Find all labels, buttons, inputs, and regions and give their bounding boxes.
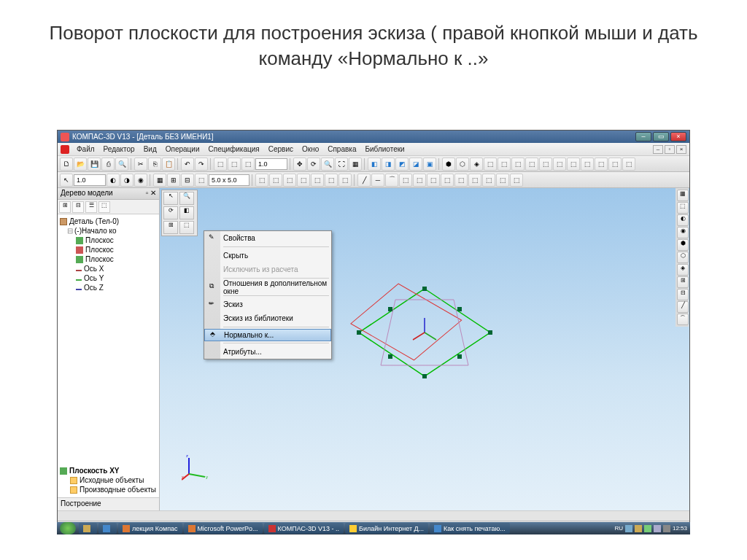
tool-icon[interactable]: ◐ <box>107 174 120 187</box>
tool-icon[interactable]: ⬚ <box>255 174 268 187</box>
viewport[interactable]: ↖ 🔍 ⟳ ◧ ⊞ ⬚ ▦ ⬚ ◐ ◉ ⬢ ⬡ ◈ ⊞ ⊟ ╱ ⌒ <box>160 188 689 510</box>
tool-icon[interactable]: ⬚ <box>283 174 296 187</box>
float-tool-icon[interactable]: 🔍 <box>179 192 194 205</box>
feat-icon[interactable]: ⬢ <box>442 158 455 171</box>
start-button[interactable] <box>60 522 76 534</box>
tree-tab[interactable]: Построение <box>58 497 159 510</box>
cm-properties[interactable]: ✎Свойства <box>204 231 331 245</box>
rotate-icon[interactable]: ⟳ <box>307 158 320 171</box>
mdi-min-button[interactable]: – <box>653 145 663 154</box>
fit-icon[interactable]: ⛶ <box>335 158 348 171</box>
feat-icon[interactable]: ◈ <box>470 158 483 171</box>
cm-hide[interactable]: Скрыть <box>204 249 331 262</box>
right-tool-icon[interactable]: ⬡ <box>677 252 689 263</box>
preview-icon[interactable]: 🔍 <box>115 158 128 171</box>
tool-icon[interactable]: ⬚ <box>325 174 338 187</box>
feat-icon[interactable]: ⬡ <box>456 158 469 171</box>
tool-icon[interactable]: ⬚ <box>511 158 525 171</box>
grid-combo[interactable]: 5.0 x 5.0 <box>209 174 249 186</box>
cursor-icon[interactable]: ↖ <box>60 174 73 187</box>
cube-icon[interactable]: ◩ <box>395 158 409 171</box>
value-combo[interactable]: 1.0 <box>74 174 106 186</box>
tool-icon[interactable]: ⬚ <box>510 174 523 187</box>
tool-icon[interactable]: ⬚ <box>482 174 495 187</box>
tray-icon[interactable] <box>654 525 661 532</box>
tool-icon[interactable]: ⬚ <box>539 158 552 171</box>
tray-icon[interactable] <box>663 525 670 532</box>
line-icon[interactable]: ⌒ <box>385 174 398 187</box>
right-tool-icon[interactable]: ╱ <box>677 301 689 313</box>
tool-icon[interactable]: ⬚ <box>622 158 635 171</box>
tool-icon[interactable]: ⊟ <box>181 174 194 187</box>
task-item[interactable]: Билайн Интернет Д... <box>345 523 428 534</box>
task-item[interactable]: лекция Компас <box>118 523 182 534</box>
tray-icon[interactable] <box>644 525 651 532</box>
tool-icon[interactable]: ⬚ <box>608 158 622 171</box>
tree-tool-icon[interactable]: ⊞ <box>59 201 71 213</box>
cube-icon[interactable]: ◨ <box>382 158 395 171</box>
tree-tool-icon[interactable]: ⊟ <box>72 201 84 213</box>
open-icon[interactable]: 📂 <box>74 158 87 171</box>
task-item[interactable]: Как снять печатаю... <box>430 523 510 534</box>
close-button[interactable]: × <box>670 132 686 141</box>
maximize-button[interactable]: ▭ <box>653 132 669 141</box>
tool-icon[interactable]: ⬚ <box>468 174 481 187</box>
menu-edit[interactable]: Редактор <box>99 145 139 153</box>
float-tool-icon[interactable]: ⟳ <box>163 206 178 219</box>
grid-icon[interactable]: ▦ <box>153 174 166 187</box>
right-tool-icon[interactable]: ⬚ <box>677 202 689 214</box>
cm-sketchlib[interactable]: Эскиз из библиотеки <box>204 311 331 325</box>
tool-icon[interactable]: ⬚ <box>338 174 352 187</box>
tool-icon[interactable]: ⬚ <box>496 174 509 187</box>
menu-view[interactable]: Вид <box>139 145 161 153</box>
tool-icon[interactable]: ⬚ <box>525 158 538 171</box>
tool-icon[interactable]: ⬚ <box>567 158 580 171</box>
mdi-close-button[interactable]: × <box>676 145 686 154</box>
scale-combo[interactable]: 1.0 <box>255 158 287 170</box>
pan-icon[interactable]: ✥ <box>293 158 306 171</box>
right-tool-icon[interactable]: ⊞ <box>677 276 689 288</box>
right-tool-icon[interactable]: ▦ <box>677 190 689 201</box>
system-tray[interactable]: RU 12:53 <box>611 525 690 532</box>
tool-icon[interactable]: ⬚ <box>413 174 426 187</box>
right-tool-icon[interactable]: ◈ <box>677 264 689 276</box>
float-tool-icon[interactable]: ◧ <box>179 206 194 219</box>
cm-normal-to[interactable]: ⬘Нормально к... <box>204 329 331 341</box>
cube-icon[interactable]: ▣ <box>423 158 436 171</box>
tool-icon[interactable]: ◑ <box>120 174 133 187</box>
right-tool-icon[interactable]: ◉ <box>677 227 689 238</box>
cube-icon[interactable]: ◧ <box>368 158 381 171</box>
tool-icon[interactable]: ⬚ <box>195 174 208 187</box>
menu-service[interactable]: Сервис <box>264 145 298 153</box>
tool-icon[interactable]: ⬚ <box>454 174 468 187</box>
right-tool-icon[interactable]: ⬢ <box>677 239 689 251</box>
tray-icon[interactable] <box>635 525 642 532</box>
right-tool-icon[interactable]: ◐ <box>677 214 689 226</box>
tool-icon[interactable]: ⬚ <box>399 174 412 187</box>
quick-launch[interactable] <box>79 523 97 534</box>
float-tool-icon[interactable]: ⊞ <box>163 221 178 234</box>
tree-tool-icon[interactable]: ☰ <box>85 201 97 213</box>
new-icon[interactable]: 🗋 <box>60 158 73 171</box>
save-icon[interactable]: 💾 <box>88 158 101 171</box>
float-tool-icon[interactable]: ↖ <box>163 192 178 205</box>
tree-tool-icon[interactable]: ⬚ <box>98 201 110 213</box>
lang-indicator[interactable]: RU <box>614 525 623 532</box>
clock[interactable]: 12:53 <box>673 525 687 532</box>
tool-icon[interactable]: ◉ <box>134 174 147 187</box>
tool-icon[interactable]: ⬚ <box>484 158 497 171</box>
line-icon[interactable]: ╱ <box>357 174 371 187</box>
float-tool-icon[interactable]: ⬚ <box>179 221 194 234</box>
menu-lib[interactable]: Библиотеки <box>360 145 409 153</box>
tool-icon[interactable]: ⬚ <box>297 174 310 187</box>
line-icon[interactable]: ─ <box>371 174 384 187</box>
tool-icon[interactable]: ⬚ <box>581 158 594 171</box>
mdi-max-button[interactable]: ▫ <box>665 145 675 154</box>
tool-icon[interactable]: ⊞ <box>167 174 180 187</box>
minimize-button[interactable]: – <box>635 132 651 141</box>
menu-help[interactable]: Справка <box>323 145 360 153</box>
redo-icon[interactable]: ↷ <box>195 158 208 171</box>
menu-window[interactable]: Окно <box>298 145 323 153</box>
tray-icon[interactable] <box>625 525 632 532</box>
cm-sketch[interactable]: ✏Эскиз <box>204 298 331 311</box>
